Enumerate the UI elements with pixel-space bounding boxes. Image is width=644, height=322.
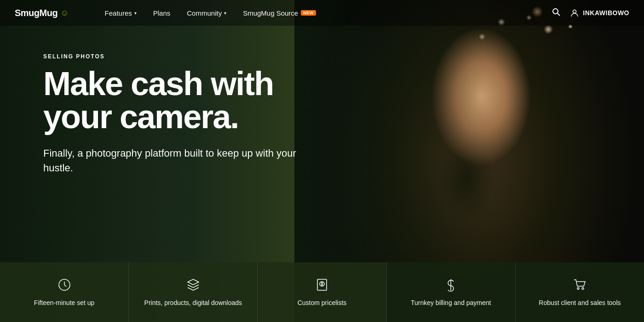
logo-icon: ☺ xyxy=(60,8,69,18)
logo[interactable]: SmugMug ☺ xyxy=(15,8,69,18)
cart-icon xyxy=(572,277,587,294)
svg-marker-4 xyxy=(188,279,199,285)
feature-label-pricelists: Custom pricelists xyxy=(298,299,347,307)
feature-label-setup: Fifteen-minute set up xyxy=(34,299,95,307)
username: INKAWIBOWO xyxy=(583,9,629,17)
nav-features[interactable]: Features ▾ xyxy=(97,0,145,26)
user-menu[interactable]: INKAWIBOWO xyxy=(570,8,629,17)
hero-subtitle: Finally, a photography platform built to… xyxy=(43,146,310,175)
hero-content: SELLING PHOTOS Make cash with your camer… xyxy=(0,26,644,175)
feature-label-prints: Prints, products, digital downloads xyxy=(144,299,242,307)
svg-point-2 xyxy=(573,10,576,13)
nav-smugmug-source[interactable]: SmugMug Source NEW xyxy=(235,0,324,26)
features-chevron-icon: ▾ xyxy=(134,11,137,16)
search-button[interactable] xyxy=(552,7,561,19)
nav-right: INKAWIBOWO xyxy=(552,7,629,19)
clock-icon xyxy=(57,277,72,294)
navbar: SmugMug ☺ Features ▾ Plans Community ▾ S… xyxy=(0,0,644,26)
section-label: SELLING PHOTOS xyxy=(43,53,644,60)
feature-fifteen-minute-setup: Fifteen-minute set up xyxy=(0,262,129,322)
dollar-icon xyxy=(443,277,458,294)
feature-custom-pricelists: Custom pricelists xyxy=(258,262,386,322)
nav-plans[interactable]: Plans xyxy=(145,0,179,26)
svg-point-0 xyxy=(553,9,558,14)
nav-community[interactable]: Community ▾ xyxy=(178,0,235,26)
feature-label-billing: Turnkey billing and payment xyxy=(411,299,491,307)
svg-point-12 xyxy=(582,288,584,289)
layers-icon xyxy=(186,277,201,294)
svg-line-1 xyxy=(558,13,560,16)
hero-title: Make cash with your camera. xyxy=(43,67,342,133)
community-chevron-icon: ▾ xyxy=(224,11,226,16)
feature-sales-tools: Robust client and sales tools xyxy=(516,262,644,322)
new-badge: NEW xyxy=(301,10,316,16)
logo-text: SmugMug xyxy=(15,8,58,18)
user-icon xyxy=(570,8,579,17)
feature-label-sales: Robust client and sales tools xyxy=(539,299,621,307)
nav-links: Features ▾ Plans Community ▾ SmugMug Sou… xyxy=(97,0,552,26)
feature-strip: Fifteen-minute set up Prints, products, … xyxy=(0,262,644,322)
feature-billing-payment: Turnkey billing and payment xyxy=(387,262,516,322)
svg-point-11 xyxy=(577,288,579,289)
search-icon xyxy=(552,7,561,17)
receipt-icon xyxy=(315,277,329,294)
feature-prints-products: Prints, products, digital downloads xyxy=(129,262,258,322)
